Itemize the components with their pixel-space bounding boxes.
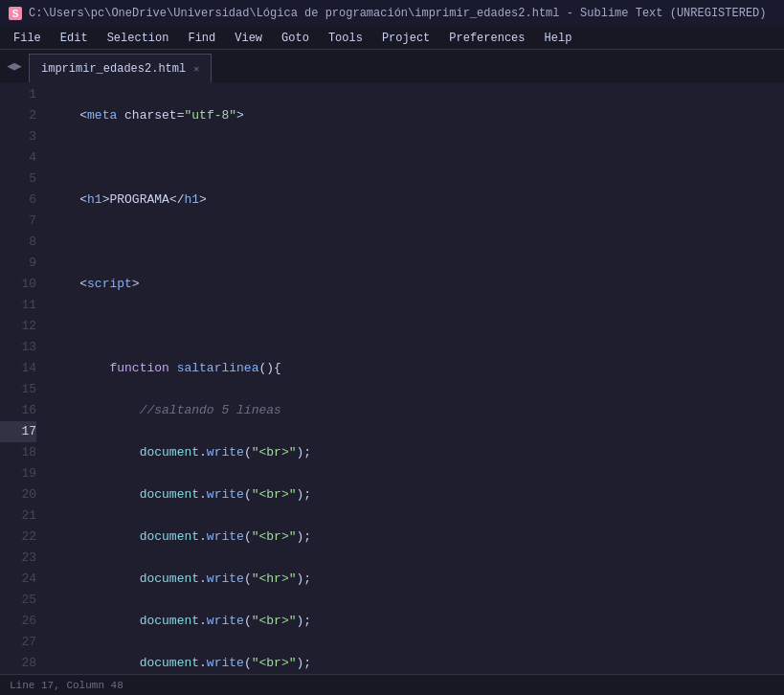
line-num-4: 4 xyxy=(0,147,36,168)
window-title: C:\Users\pc\OneDrive\Universidad\Lógica … xyxy=(29,7,767,20)
line-num-3: 3 xyxy=(0,126,36,147)
line-num-1: 1 xyxy=(0,84,36,105)
line-num-10: 10 xyxy=(0,274,36,295)
line-num-13: 13 xyxy=(0,337,36,358)
line-num-22: 22 xyxy=(0,527,36,548)
line-num-27: 27 xyxy=(0,632,36,653)
code-line-4 xyxy=(50,232,784,253)
line-num-7: 7 xyxy=(0,211,36,232)
code-area[interactable]: <meta charset="utf-8"> <h1>PROGRAMA</h1>… xyxy=(42,82,784,674)
line-num-15: 15 xyxy=(0,379,36,400)
menu-find[interactable]: Find xyxy=(178,27,225,49)
menu-edit[interactable]: Edit xyxy=(51,27,98,49)
tab-imprimir-edades[interactable]: imprimir_edades2.html ✕ xyxy=(29,54,212,82)
status-bar: Line 17, Column 48 xyxy=(0,674,784,695)
line-num-25: 25 xyxy=(0,590,36,611)
code-line-13: document.write("<br>"); xyxy=(50,611,784,632)
code-line-3: <h1>PROGRAMA</h1> xyxy=(50,190,784,211)
tab-nav-arrows[interactable]: ◀▶ xyxy=(0,50,29,82)
line-num-18: 18 xyxy=(0,442,36,463)
menu-preferences[interactable]: Preferences xyxy=(439,27,534,49)
menu-file[interactable]: File xyxy=(4,27,51,49)
code-line-1: <meta charset="utf-8"> xyxy=(50,105,784,126)
code-line-2 xyxy=(50,147,784,168)
code-line-11: document.write("<br>"); xyxy=(50,527,784,548)
tab-bar: ◀▶ imprimir_edades2.html ✕ xyxy=(0,50,784,82)
line-num-14: 14 xyxy=(0,358,36,379)
code-line-9: document.write("<br>"); xyxy=(50,442,784,463)
menu-bar: File Edit Selection Find View Goto Tools… xyxy=(0,27,784,50)
code-line-5: <script> xyxy=(50,274,784,295)
menu-selection[interactable]: Selection xyxy=(98,27,179,49)
code-line-8: //saltando 5 líneas xyxy=(50,400,784,421)
code-line-10: document.write("<br>"); xyxy=(50,484,784,505)
line-num-21: 21 xyxy=(0,505,36,527)
menu-tools[interactable]: Tools xyxy=(319,27,372,49)
line-num-6: 6 xyxy=(0,190,36,211)
title-bar: S C:\Users\pc\OneDrive\Universidad\Lógic… xyxy=(0,0,784,27)
code-line-14: document.write("<br>"); xyxy=(50,653,784,674)
line-num-11: 11 xyxy=(0,295,36,316)
menu-project[interactable]: Project xyxy=(372,27,439,49)
svg-text:S: S xyxy=(12,9,19,19)
line-num-28: 28 xyxy=(0,653,36,674)
menu-view[interactable]: View xyxy=(225,27,272,49)
line-numbers: 1 2 3 4 5 6 7 8 9 10 11 12 13 14 15 16 1… xyxy=(0,82,42,674)
line-num-23: 23 xyxy=(0,548,36,569)
line-num-8: 8 xyxy=(0,232,36,253)
code-line-12: document.write("<hr>"); xyxy=(50,569,784,590)
menu-goto[interactable]: Goto xyxy=(272,27,319,49)
code-line-7: function saltarlinea(){ xyxy=(50,358,784,379)
cursor-position: Line 17, Column 48 xyxy=(10,680,123,691)
line-num-5: 5 xyxy=(0,168,36,190)
line-num-24: 24 xyxy=(0,569,36,590)
app-icon: S xyxy=(8,6,23,21)
tab-label: imprimir_edades2.html xyxy=(41,62,186,76)
line-num-12: 12 xyxy=(0,316,36,337)
line-num-2: 2 xyxy=(0,105,36,126)
line-num-16: 16 xyxy=(0,400,36,421)
line-num-9: 9 xyxy=(0,253,36,274)
editor: 1 2 3 4 5 6 7 8 9 10 11 12 13 14 15 16 1… xyxy=(0,82,784,674)
line-num-17: 17 xyxy=(0,421,36,442)
line-num-20: 20 xyxy=(0,484,36,505)
tab-close-button[interactable]: ✕ xyxy=(193,63,199,75)
menu-help[interactable]: Help xyxy=(535,27,582,49)
line-num-26: 26 xyxy=(0,611,36,632)
line-num-19: 19 xyxy=(0,463,36,484)
code-line-6 xyxy=(50,316,784,337)
